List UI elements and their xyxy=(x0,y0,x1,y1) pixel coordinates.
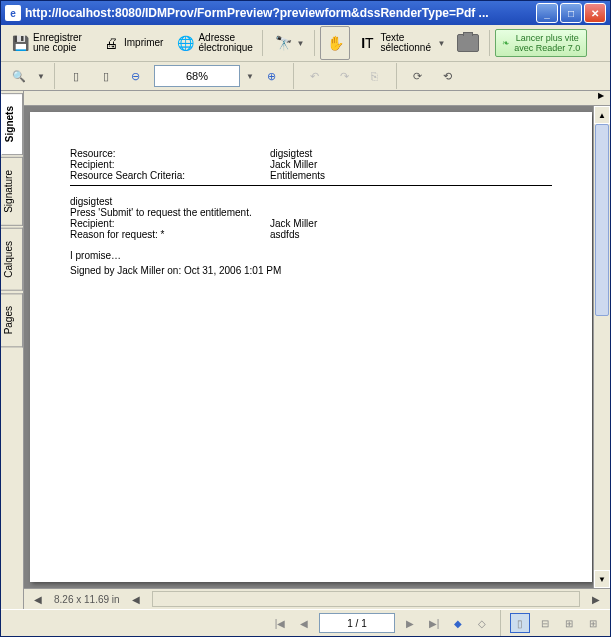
scroll-up-icon[interactable]: ▲ xyxy=(594,106,610,124)
scroll-down-icon[interactable]: ▼ xyxy=(594,570,610,588)
page-nav-bar: |◀ ◀ ▶ ▶| ◆ ◇ ▯ ⊟ ⊞ ⊞ xyxy=(1,609,610,636)
pdf-wrap[interactable]: Resource:digsigtest Recipient:Jack Mille… xyxy=(24,106,610,588)
scroll-right-icon[interactable]: ▶ xyxy=(588,594,604,605)
zoom-input[interactable] xyxy=(154,65,240,87)
continuous-view-button[interactable]: ⊟ xyxy=(536,614,554,632)
camera-icon xyxy=(457,34,479,52)
single-page-view-button[interactable]: ▯ xyxy=(510,613,530,633)
recipient-key: Recipient: xyxy=(70,159,270,170)
forward-button[interactable]: ◇ xyxy=(473,614,491,632)
separator xyxy=(489,30,490,56)
cont-facing-icon: ⊞ xyxy=(589,618,597,629)
text-cursor-icon: IT xyxy=(357,33,377,53)
pdf-page: Resource:digsigtest Recipient:Jack Mille… xyxy=(30,112,592,582)
tab-signets[interactable]: Signets xyxy=(1,93,23,155)
content-area: Signets Signature Calques Pages ▶ Resour… xyxy=(1,91,610,609)
plus-icon: ⊕ xyxy=(267,70,276,83)
globe-icon: 🌐 xyxy=(175,33,195,53)
vertical-scrollbar[interactable]: ▲ ▼ xyxy=(593,106,610,588)
minimize-button[interactable]: _ xyxy=(536,3,558,23)
promo-text: Lancer plus vite avec Reader 7.0 xyxy=(514,33,580,53)
zoom-plus-button[interactable]: ⊕ xyxy=(260,64,284,88)
prev-page-button[interactable]: ◀ xyxy=(295,614,313,632)
text-select-button[interactable]: IT Texte sélectionné ▼ xyxy=(352,26,450,60)
close-button[interactable]: ✕ xyxy=(584,3,606,23)
recipient-value: Jack Miller xyxy=(270,159,317,170)
main-toolbar: 💾 Enregistrer une copie 🖨 Imprimer 🌐 Adr… xyxy=(1,25,610,62)
snapshot-button[interactable] xyxy=(452,26,484,60)
promo-line1: Lancer plus vite xyxy=(514,33,580,43)
maximize-button[interactable]: □ xyxy=(560,3,582,23)
separator xyxy=(262,30,263,56)
zoom-out-button[interactable]: ⊖ xyxy=(124,64,148,88)
zoom-in-button[interactable]: 🔍 xyxy=(7,64,31,88)
last-page-button[interactable]: ▶| xyxy=(425,614,443,632)
redo-button[interactable]: ↷ xyxy=(333,64,357,88)
top-scroll-arrow-bar: ▶ xyxy=(24,91,610,106)
scroll-track[interactable] xyxy=(594,124,610,570)
save-label: Enregistrer une copie xyxy=(33,33,89,53)
tab-pages[interactable]: Pages xyxy=(1,293,23,347)
rotate-cw-icon: ⟳ xyxy=(413,70,422,83)
tab-signature[interactable]: Signature xyxy=(1,157,23,226)
binoculars-button[interactable]: 🔭 ▼ xyxy=(268,26,309,60)
facing-view-button[interactable]: ⊞ xyxy=(560,614,578,632)
print-button[interactable]: 🖨 Imprimer xyxy=(96,26,168,60)
instruction-text: Press 'Submit' to request the entitlemen… xyxy=(70,207,552,218)
minus-icon: ⊖ xyxy=(131,70,140,83)
reader-promo[interactable]: ❧ Lancer plus vite avec Reader 7.0 xyxy=(495,29,587,57)
forward-icon: ◇ xyxy=(478,618,486,629)
scroll-left-icon[interactable]: ◀ xyxy=(30,594,46,605)
separator xyxy=(396,63,397,89)
text-select-label: Texte sélectionné xyxy=(380,33,434,53)
redo-icon: ↷ xyxy=(340,70,349,83)
single-page-icon: ▯ xyxy=(517,618,523,629)
scroll-right-icon[interactable]: ▶ xyxy=(594,91,608,105)
scroll-left2-icon[interactable]: ◀ xyxy=(128,594,144,605)
browser-window: e http://localhost:8080/IDMProv/FormPrev… xyxy=(0,0,611,637)
rotate-ccw-icon: ⟲ xyxy=(443,70,452,83)
rotate-ccw-button[interactable]: ⟲ xyxy=(436,64,460,88)
chevron-down-icon: ▼ xyxy=(296,39,304,48)
section-title: digsigtest xyxy=(70,196,552,207)
divider xyxy=(70,185,552,186)
prev-icon: ◀ xyxy=(300,618,308,629)
undo-button[interactable]: ↶ xyxy=(303,64,327,88)
scroll-thumb[interactable] xyxy=(595,124,609,316)
binoculars-icon: 🔭 xyxy=(273,33,293,53)
first-page-button[interactable]: |◀ xyxy=(271,614,289,632)
page-number-input[interactable] xyxy=(319,613,395,633)
page-dimensions: 8.26 x 11.69 in xyxy=(54,594,120,605)
save-copy-button[interactable]: 💾 Enregistrer une copie xyxy=(5,26,94,60)
chevron-down-icon[interactable]: ▼ xyxy=(37,72,45,81)
floppy-icon: 💾 xyxy=(10,33,30,53)
promo-line2: avec Reader 7.0 xyxy=(514,43,580,53)
window-buttons: _ □ ✕ xyxy=(536,3,606,23)
reason-key: Reason for request: * xyxy=(70,229,270,240)
separator xyxy=(54,63,55,89)
copy-button[interactable]: ⎘ xyxy=(363,64,387,88)
printer-icon: 🖨 xyxy=(101,33,121,53)
email-button[interactable]: 🌐 Adresse électronique xyxy=(170,26,257,60)
next-icon: ▶ xyxy=(406,618,414,629)
chevron-down-icon[interactable]: ▼ xyxy=(246,72,254,81)
criteria-value: Entitlements xyxy=(270,170,325,181)
window-title: http://localhost:8080/IDMProv/FormPrevie… xyxy=(25,6,536,20)
hand-icon: ✋ xyxy=(325,33,345,53)
tab-calques[interactable]: Calques xyxy=(1,228,23,291)
side-tabs: Signets Signature Calques Pages xyxy=(1,91,24,609)
h-scroll-track[interactable] xyxy=(152,591,580,607)
hand-tool-button[interactable]: ✋ xyxy=(320,26,350,60)
single-page-button[interactable]: ▯ xyxy=(64,64,88,88)
email-label: Adresse électronique xyxy=(198,33,252,53)
rotate-cw-button[interactable]: ⟳ xyxy=(406,64,430,88)
continuous-button[interactable]: ▯ xyxy=(94,64,118,88)
separator xyxy=(293,63,294,89)
ie-icon: e xyxy=(5,5,21,21)
cont-facing-button[interactable]: ⊞ xyxy=(584,614,602,632)
next-page-button[interactable]: ▶ xyxy=(401,614,419,632)
continuous-icon: ⊟ xyxy=(541,618,549,629)
undo-icon: ↶ xyxy=(310,70,319,83)
signed-text: Signed by Jack Miller on: Oct 31, 2006 1… xyxy=(70,265,552,276)
back-button[interactable]: ◆ xyxy=(449,614,467,632)
